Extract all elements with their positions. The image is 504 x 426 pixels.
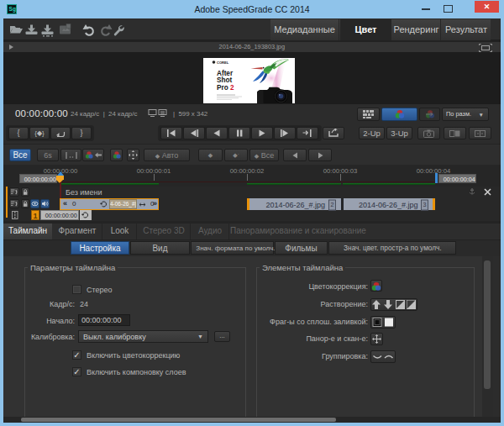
- svg-text:Pro 2: Pro 2: [217, 84, 234, 92]
- svg-text:COREL: COREL: [217, 60, 229, 65]
